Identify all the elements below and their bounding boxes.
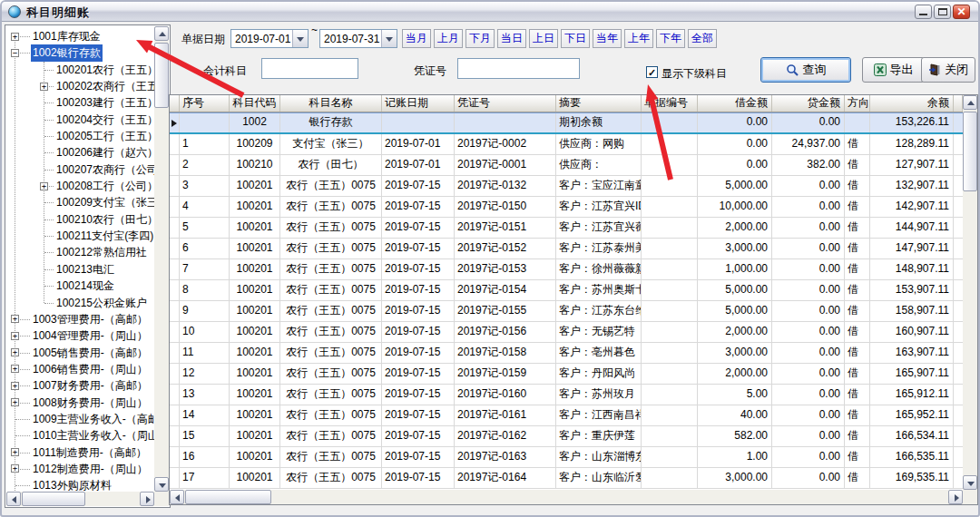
column-header[interactable]: 科目代码 xyxy=(230,95,280,112)
period-button-5[interactable]: 下日 xyxy=(561,29,590,48)
grid-row[interactable]: 1100209支付宝（张三）2019-07-0120197记-0002供应商：网… xyxy=(170,134,963,155)
tree-item[interactable]: 100213电汇 xyxy=(6,261,154,278)
tree-item[interactable]: 100210农行（田七） xyxy=(6,211,154,228)
tree-item[interactable]: 100203建行（王五） xyxy=(6,94,154,111)
tree-item[interactable]: 100211支付宝(李四) xyxy=(6,228,154,244)
expand-plus-icon[interactable]: + xyxy=(11,348,19,356)
grid-vertical-scrollbar[interactable] xyxy=(963,95,977,490)
close-button[interactable]: 关闭 xyxy=(921,57,975,83)
grid-row[interactable]: 7100201农行（王五）00752019-07-1520197记-0153客户… xyxy=(170,259,963,280)
expand-plus-icon[interactable]: + xyxy=(11,315,19,323)
tree-item[interactable]: 100215公积金账户 xyxy=(6,295,154,311)
grid-row[interactable]: 14100201农行（王五）00752019-07-1520197记-0161客… xyxy=(170,405,963,426)
tree-item[interactable]: 1013外购原材料 xyxy=(6,477,154,492)
column-header[interactable]: 借金额 xyxy=(698,95,772,112)
tree-item[interactable]: 100212常熟信用社 xyxy=(6,244,154,260)
grid-row[interactable]: 16100201农行（王五）00752019-07-1520197记-0163客… xyxy=(170,447,963,468)
tree-item[interactable]: 1009主营业务收入-（高邮 xyxy=(6,411,154,427)
grid-row[interactable]: 12100201农行（王五）00752019-07-1520197记-0159客… xyxy=(170,364,963,385)
tree-vertical-scrollbar[interactable] xyxy=(154,26,169,492)
expand-plus-icon[interactable]: + xyxy=(11,464,19,473)
expand-plus-icon[interactable]: + xyxy=(11,33,19,41)
tree-item[interactable]: +1005销售费用-（高邮） xyxy=(6,345,154,361)
scroll-up-button[interactable] xyxy=(154,26,169,41)
scroll-thumb[interactable] xyxy=(22,492,85,506)
tree-item[interactable]: +1012制造费用-（周山） xyxy=(6,461,154,477)
scroll-thumb[interactable] xyxy=(963,112,977,191)
grid-row[interactable]: 6100201农行（王五）00752019-07-1520197记-0152客户… xyxy=(170,239,963,259)
grid-row[interactable]: 5100201农行（王五）00752019-07-1520197记-0151客户… xyxy=(170,218,963,239)
query-button[interactable]: 查询 xyxy=(760,57,851,83)
grid-row[interactable]: 17100201农行（王五）00752019-07-1520197记-0164客… xyxy=(170,468,963,489)
close-window-button[interactable]: ✕ xyxy=(953,5,970,19)
tree-item[interactable]: +1006销售费用-（周山） xyxy=(6,361,154,377)
grid-horizontal-scrollbar[interactable] xyxy=(170,490,963,504)
subject-input[interactable] xyxy=(261,58,358,79)
tree-item[interactable]: +1007财务费用-（高邮） xyxy=(6,377,154,394)
tree-horizontal-scrollbar[interactable] xyxy=(6,492,154,506)
tree-item[interactable]: 100201农行（王五） xyxy=(6,62,154,78)
minimize-button[interactable] xyxy=(915,5,932,19)
dropdown-button[interactable] xyxy=(292,30,308,47)
tree-item[interactable]: 100206建行（赵六） xyxy=(6,144,154,161)
tree-item[interactable]: +1004管理费用-（周山） xyxy=(6,327,154,344)
grid-row[interactable]: 3100201农行（王五）00752019-07-1520197记-0132客户… xyxy=(170,176,963,197)
tree-item[interactable]: +100208工行（公司） xyxy=(6,178,154,194)
column-header[interactable]: 单据编号 xyxy=(642,95,698,112)
grid-row[interactable]: 11100201农行（王五）00752019-07-1520197记-0158客… xyxy=(170,343,963,364)
grid-row[interactable]: 1002银行存款期初余额0.000.00153,226.11 xyxy=(170,112,963,134)
scroll-down-button[interactable] xyxy=(963,475,977,490)
scroll-thumb[interactable] xyxy=(185,490,271,504)
tree-item[interactable]: +1003管理费用-（高邮） xyxy=(6,311,154,327)
column-header[interactable]: 余额 xyxy=(870,95,954,112)
period-button-4[interactable]: 上日 xyxy=(529,29,558,48)
tree-item[interactable]: +100202农商行（王五 xyxy=(6,78,154,94)
period-button-3[interactable]: 当日 xyxy=(497,29,526,48)
expand-plus-icon[interactable]: + xyxy=(11,448,19,456)
expand-plus-icon[interactable]: + xyxy=(11,332,19,340)
show-sub-accounts-checkbox[interactable]: ✓ xyxy=(646,66,658,78)
maximize-button[interactable] xyxy=(934,5,951,19)
column-header[interactable]: 凭证号 xyxy=(455,95,556,112)
tree-item[interactable]: +1008财务费用-（周山） xyxy=(6,395,154,411)
expand-plus-icon[interactable]: + xyxy=(11,365,19,373)
column-header[interactable]: 序号 xyxy=(180,95,230,112)
tree-item[interactable]: 100204交行（王五） xyxy=(6,112,154,128)
scroll-right-button[interactable] xyxy=(140,492,154,506)
scroll-left-button[interactable] xyxy=(170,490,184,504)
scroll-right-button[interactable] xyxy=(948,490,963,504)
scroll-thumb[interactable] xyxy=(154,43,169,108)
grid-row[interactable]: 9100201农行（王五）00752019-07-1520197记-0155客户… xyxy=(170,301,963,322)
column-header[interactable]: 科目名称 xyxy=(280,95,382,112)
grid-row[interactable]: 4100201农行（王五）00752019-07-1520197记-0150客户… xyxy=(170,197,963,218)
period-button-6[interactable]: 当年 xyxy=(593,29,622,48)
grid-row[interactable]: 10100201农行（王五）00752019-07-1520197记-0156客… xyxy=(170,322,963,343)
scroll-up-button[interactable] xyxy=(963,95,977,110)
period-button-9[interactable]: 全部 xyxy=(688,29,717,48)
tree-item[interactable]: +1011制造费用-（高邮） xyxy=(6,444,154,461)
export-button[interactable]: 导出 xyxy=(862,57,925,83)
tree-item[interactable]: −1002银行存款 xyxy=(6,44,154,61)
period-button-2[interactable]: 下月 xyxy=(466,29,495,48)
tree-item[interactable]: 100214现金 xyxy=(6,278,154,294)
tree-item[interactable]: +1001库存现金 xyxy=(6,28,154,44)
column-header[interactable]: 贷金额 xyxy=(772,95,845,112)
column-header[interactable]: 摘要 xyxy=(556,95,642,112)
scroll-down-button[interactable] xyxy=(154,477,169,492)
period-button-1[interactable]: 上月 xyxy=(434,29,463,48)
period-button-7[interactable]: 上年 xyxy=(624,29,653,48)
expand-plus-icon[interactable]: + xyxy=(11,398,19,406)
title-bar[interactable]: 科目明细账 ✕ xyxy=(2,2,978,22)
period-button-0[interactable]: 当月 xyxy=(402,29,431,48)
tree-item[interactable]: 100205工行（王五） xyxy=(6,128,154,144)
expand-plus-icon[interactable]: + xyxy=(11,382,19,390)
expand-plus-icon[interactable]: + xyxy=(40,182,48,190)
grid-row[interactable]: 15100201农行（王五）00752019-07-1520197记-0162客… xyxy=(170,426,963,447)
collapse-minus-icon[interactable]: − xyxy=(11,49,19,57)
date-to-combo[interactable]: 2019-07-31 xyxy=(319,29,397,48)
grid-row[interactable]: 13100201农行（王五）00752019-07-1520197记-0160客… xyxy=(170,385,963,405)
scroll-left-button[interactable] xyxy=(6,492,21,506)
grid-row[interactable]: 8100201农行（王五）00752019-07-1520197记-0154客户… xyxy=(170,280,963,301)
tree-item[interactable]: 100207农商行（公司 xyxy=(6,161,154,178)
dropdown-button[interactable] xyxy=(381,30,397,47)
